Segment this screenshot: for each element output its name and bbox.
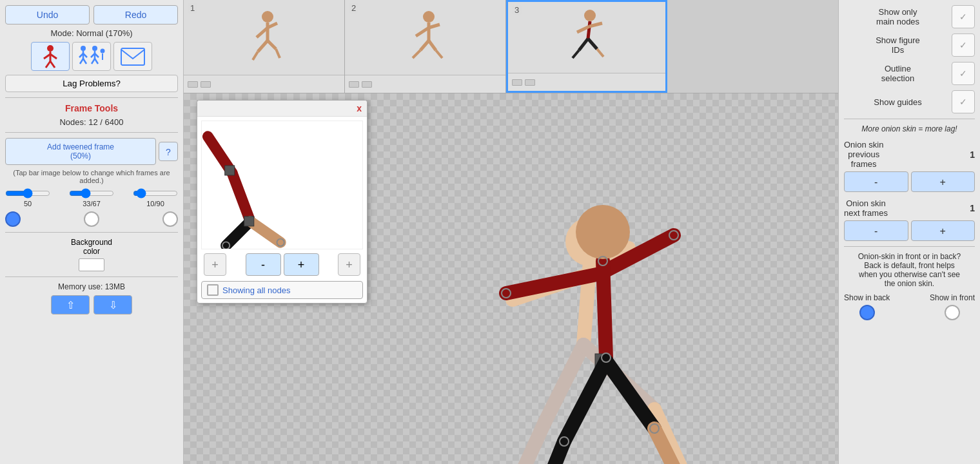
svg-line-28 <box>276 49 280 58</box>
frame-2-num: 2 <box>349 3 358 14</box>
show-figure-ids-row: Show figureIDs ✓ <box>844 34 975 57</box>
slider-2[interactable] <box>69 188 114 198</box>
frame-footer-icon <box>188 81 198 88</box>
popup-close-button[interactable]: x <box>357 103 362 113</box>
memory-text: Memory use: 13MB <box>5 282 178 291</box>
divider4 <box>5 276 178 277</box>
svg-line-33 <box>420 41 429 50</box>
frame-3[interactable]: 3 <box>506 0 667 93</box>
popup-controls: + - + + <box>201 253 363 276</box>
show-in-back-col: Show in back <box>844 293 890 320</box>
frames-empty-space <box>667 0 838 93</box>
show-main-nodes-row: Show onlymain nodes ✓ <box>844 5 975 28</box>
radio-1[interactable] <box>5 211 21 227</box>
radio-2[interactable] <box>84 211 99 227</box>
onion-prev-minus-button[interactable]: - <box>844 171 908 192</box>
svg-point-56 <box>576 205 630 259</box>
figure-tool-person[interactable] <box>31 42 70 71</box>
frame-1-canvas <box>184 0 344 75</box>
left-panel: Undo Redo Mode: Normal (170%) <box>0 0 184 464</box>
svg-line-38 <box>588 21 590 39</box>
slider-row: 50 33/67 10/90 <box>5 188 178 208</box>
svg-line-4 <box>46 61 50 68</box>
onion-next-minus-button[interactable]: - <box>844 220 908 241</box>
showing-text: Showing all nodes <box>222 285 291 295</box>
svg-line-55 <box>603 261 606 358</box>
arrow-up-button[interactable]: ⇧ <box>51 295 90 314</box>
onion-next-count: 1 <box>970 203 975 213</box>
frame-footer-icon5 <box>512 79 522 86</box>
radio-3[interactable] <box>162 211 178 227</box>
middle-area: 1 2 <box>184 0 838 464</box>
onion-skin-desc: Onion-skin in front or in back?Back is d… <box>844 252 975 288</box>
onion-prev-plus-button[interactable]: + <box>911 171 975 192</box>
arrow-down-button[interactable]: ⇩ <box>93 295 132 314</box>
svg-line-44 <box>597 49 603 57</box>
popup-cross-right[interactable]: + <box>338 253 360 276</box>
show-back-front-row: Show in back Show in front <box>844 293 975 320</box>
show-figure-ids-checkbox[interactable]: ✓ <box>952 34 975 57</box>
divider3 <box>5 232 178 233</box>
svg-line-32 <box>429 24 440 28</box>
show-in-back-label: Show in back <box>844 293 890 302</box>
svg-line-23 <box>257 28 268 37</box>
bg-color-swatch[interactable] <box>79 258 104 271</box>
svg-line-35 <box>413 50 420 58</box>
svg-rect-75 <box>244 217 254 226</box>
svg-line-41 <box>579 39 588 50</box>
svg-point-21 <box>262 11 273 23</box>
popup-figure-svg <box>202 121 362 249</box>
lag-problems-button[interactable]: Lag Problems? <box>5 75 178 92</box>
show-figure-ids-label: Show figureIDs <box>844 35 952 55</box>
popup-canvas <box>201 121 363 249</box>
show-in-front-label: Show in front <box>930 293 975 302</box>
slider-1[interactable] <box>5 188 50 198</box>
slider-1-val: 50 <box>24 200 32 208</box>
divider <box>5 97 178 98</box>
figure-tool-envelope[interactable] <box>113 42 152 71</box>
svg-line-17 <box>95 59 98 64</box>
frame-2[interactable]: 2 <box>345 0 506 93</box>
outline-selection-checkbox[interactable]: ✓ <box>952 62 975 85</box>
svg-rect-20 <box>121 48 144 65</box>
onion-prev-count: 1 <box>970 150 975 160</box>
add-tweened-button[interactable]: Add tweened frame(50%) <box>5 138 156 165</box>
svg-line-16 <box>92 59 95 64</box>
popup-minus-button[interactable]: - <box>246 253 281 276</box>
svg-point-12 <box>92 46 97 51</box>
svg-line-51 <box>513 422 545 464</box>
frame-footer-icon6 <box>525 79 535 86</box>
popup-cross-left[interactable]: + <box>204 253 226 276</box>
show-main-nodes-checkbox[interactable]: ✓ <box>952 5 975 28</box>
show-main-nodes-label: Show onlymain nodes <box>844 7 952 26</box>
onion-next-plus-button[interactable]: + <box>911 220 975 241</box>
onion-info: More onion skin = more lag! <box>844 124 975 133</box>
showing-all-nodes-button[interactable]: Showing all nodes <box>201 281 363 299</box>
onion-next-label: Onion skinnext frames <box>844 198 888 218</box>
redo-button[interactable]: Redo <box>93 5 178 24</box>
slider-2-val: 33/67 <box>83 200 101 208</box>
svg-point-18 <box>101 48 105 53</box>
frame-1[interactable]: 1 <box>184 0 345 93</box>
figure-tool-group[interactable] <box>72 42 111 71</box>
svg-line-31 <box>416 28 429 36</box>
show-in-back-radio[interactable] <box>859 305 875 320</box>
svg-line-25 <box>258 41 268 52</box>
frame-footer-icon2 <box>201 81 211 88</box>
frame-1-footer <box>184 75 344 93</box>
frame-2-footer <box>345 75 505 93</box>
question-button[interactable]: ? <box>159 142 178 161</box>
frame-tools-title: Frame Tools <box>5 103 178 113</box>
slider-3[interactable] <box>133 188 178 198</box>
undo-button[interactable]: Undo <box>5 5 90 24</box>
popup-plus-button[interactable]: + <box>284 253 319 276</box>
frame-footer-icon3 <box>349 81 359 88</box>
frame-3-footer <box>508 73 665 91</box>
canvas-area[interactable]: x <box>184 93 838 464</box>
outline-selection-row: Outlineselection ✓ <box>844 62 975 85</box>
show-in-front-radio[interactable] <box>945 305 960 320</box>
show-guides-checkbox[interactable]: ✓ <box>952 90 975 113</box>
svg-line-43 <box>573 50 579 58</box>
svg-line-42 <box>588 39 597 49</box>
right-divider1 <box>844 119 975 119</box>
